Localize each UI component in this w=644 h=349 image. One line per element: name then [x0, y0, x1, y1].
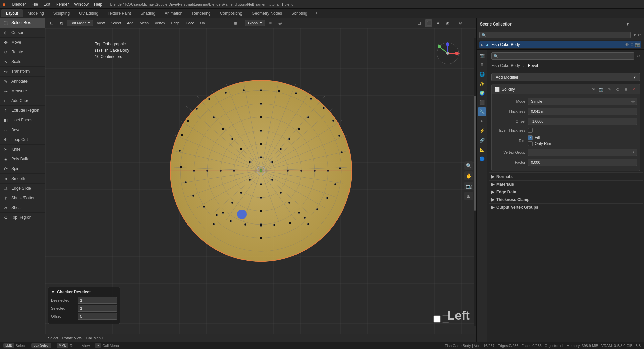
viewport-tool-icon-4[interactable]: ⊞ [464, 192, 473, 200]
tool-annotate[interactable]: ✎ Annotate [0, 77, 45, 86]
prop-icon-render[interactable]: 📷 [478, 51, 486, 60]
tab-sculpting[interactable]: Sculpting [49, 9, 74, 17]
tool-shrink-fatten[interactable]: ⇳ Shrink/Fatten [0, 193, 45, 203]
tool-bevel[interactable]: ⌢ Bevel [0, 125, 45, 135]
viewport-shading-material-btn[interactable]: ● [434, 19, 442, 27]
solidify-duplicate-btn[interactable]: ⊞ [622, 86, 629, 93]
menu-help[interactable]: Help [91, 1, 105, 7]
scene-collection-new-icon[interactable]: + [633, 20, 641, 28]
tool-select-box[interactable]: ⬚ Select Box [0, 18, 45, 28]
prop-icon-modifier[interactable]: 🔧 [478, 107, 486, 116]
tool-loop-cut[interactable]: ⟰ Loop Cut [0, 135, 45, 145]
tool-scale[interactable]: ⤡ Scale [0, 57, 45, 67]
checker-deselected-value[interactable]: 1 [78, 297, 117, 304]
viewport-scrollbar[interactable] [474, 38, 476, 326]
section-materials[interactable]: ▶ Materials [489, 180, 643, 188]
solidify-delete-btn[interactable]: ✕ [630, 86, 637, 93]
viewport-mode-icon[interactable]: ⊡ [48, 19, 55, 27]
color-swatch-dark[interactable] [442, 315, 449, 323]
solidify-factor-value[interactable]: 0.000 [528, 159, 637, 166]
prop-icon-physics[interactable]: ⚡ [478, 126, 486, 135]
section-output-vertex-groups[interactable]: ▶ Output Vertex Groups [489, 203, 643, 211]
tool-move[interactable]: ✥ Move [0, 38, 45, 47]
edge-select-mode-btn[interactable]: — [222, 19, 230, 27]
section-thickness-clamp[interactable]: ▶ Thickness Clamp [489, 196, 643, 203]
menu-file[interactable]: File [29, 1, 41, 7]
tab-layout[interactable]: Layout [1, 9, 23, 17]
viewport-tool-icon-1[interactable]: 🔍 [464, 161, 473, 170]
checker-offset-value[interactable]: 0 [78, 313, 117, 320]
viewport-area[interactable]: ⊡ ◩ Edit Mode ▾ View Select Add Mesh Ver… [45, 18, 476, 342]
tool-add-cube[interactable]: □ Add Cube [0, 96, 45, 106]
color-swatch-white[interactable] [433, 315, 441, 323]
solidify-rim-fill-checkbox[interactable] [528, 135, 533, 140]
prop-icon-constraint[interactable]: 🔗 [478, 136, 486, 144]
section-normals[interactable]: ▶ Normals [489, 172, 643, 180]
vertex-menu-btn[interactable]: Vertex [153, 20, 167, 26]
checker-selected-value[interactable]: 1 [78, 305, 117, 312]
tab-uv-editing[interactable]: UV Editing [74, 9, 103, 17]
prop-icon-material[interactable]: 🔵 [478, 154, 486, 163]
tab-shading[interactable]: Shading [136, 9, 160, 17]
tab-texture-paint[interactable]: Texture Paint [103, 9, 136, 17]
outliner-item-visibility-icon[interactable]: 👁 [625, 42, 629, 47]
solidify-on-cage-toggle[interactable]: ⊙ [614, 86, 621, 93]
solidify-only-rim-checkbox[interactable] [528, 141, 533, 146]
tool-inset-faces[interactable]: ◧ Inset Faces [0, 115, 45, 125]
prop-icon-object[interactable]: ⬛ [478, 98, 486, 107]
add-modifier-button[interactable]: Add Modifier ▾ [491, 73, 640, 81]
prop-icon-scene[interactable]: ✨ [478, 79, 486, 88]
edit-mode-selector[interactable]: Edit Mode ▾ [67, 20, 93, 26]
tab-modeling[interactable]: Modeling [23, 9, 49, 17]
mesh-menu-btn[interactable]: Mesh [138, 20, 151, 26]
solidify-realtime-toggle[interactable]: 👁 [590, 86, 597, 93]
viewport-shading-wire-btn[interactable]: ◻ [416, 19, 423, 27]
viewport-overlay-toggle-btn[interactable]: ⊘ [457, 19, 464, 27]
breadcrumb-modifier[interactable]: Bevel [528, 63, 538, 68]
tab-compositing[interactable]: Compositing [215, 9, 247, 17]
viewport-tool-icon-2[interactable]: ✋ [464, 171, 473, 180]
outliner-filter-icon[interactable]: ▼ [633, 33, 637, 37]
tool-spin[interactable]: ⟳ Spin [0, 164, 45, 174]
solidify-thickness-value[interactable]: 0.041 m [528, 108, 637, 115]
viewport-shading-render-btn[interactable]: ◉ [444, 19, 451, 27]
tool-smooth[interactable]: ≈ Smooth [0, 174, 45, 184]
scene-collection-filter-icon[interactable]: ▼ [624, 20, 631, 28]
tool-rip-region[interactable]: ⊂ Rip Region [0, 213, 45, 222]
viewport-shading-solid-btn[interactable]: ⬛ [425, 19, 432, 27]
prop-icon-view-layer[interactable]: 🌐 [478, 70, 486, 79]
tool-poly-build[interactable]: ◈ Poly Build [0, 154, 45, 164]
face-menu-btn[interactable]: Face [184, 20, 196, 26]
tool-extrude-region[interactable]: ⤒ Extrude Region [0, 106, 45, 115]
add-workspace-button[interactable]: + [313, 10, 320, 17]
add-menu-btn[interactable]: Add [125, 20, 136, 26]
tool-knife[interactable]: ✂ Knife [0, 145, 45, 154]
vertex-select-mode-btn[interactable]: ⬝ [213, 19, 220, 27]
prop-icon-data[interactable]: 📐 [478, 145, 486, 154]
snap-btn[interactable]: ⌗ [267, 19, 274, 27]
prop-icon-output[interactable]: 🖥 [478, 60, 486, 69]
view-menu-btn[interactable]: View [95, 20, 107, 26]
menu-blender[interactable]: Blender [9, 1, 29, 7]
menu-render[interactable]: Render [53, 1, 71, 7]
properties-search-input[interactable] [491, 52, 634, 60]
tab-geometry-nodes[interactable]: Geometry Nodes [247, 9, 287, 17]
select-menu-btn[interactable]: Select [109, 20, 123, 26]
scrollbar-thumb[interactable] [474, 96, 476, 210]
edge-menu-btn[interactable]: Edge [169, 20, 182, 26]
tool-shear[interactable]: ▱ Shear [0, 203, 45, 213]
checker-collapse-icon[interactable]: ▼ [51, 290, 55, 294]
outliner-item-fish-cake-body[interactable]: ▶ ▲ Fish Cake Body 👁 ⊙ 📷 [479, 41, 641, 48]
transform-orientation-btn[interactable]: Global ▾ [245, 20, 265, 26]
section-edge-data[interactable]: ▶ Edge Data [489, 188, 643, 196]
menu-window[interactable]: Window [71, 1, 91, 7]
solidify-mode-value[interactable]: Simple ◀▶ [528, 98, 637, 105]
tool-cursor[interactable]: ⊕ Cursor [0, 28, 45, 38]
uv-menu-btn[interactable]: UV [198, 20, 207, 26]
tool-rotate[interactable]: ↺ Rotate [0, 47, 45, 57]
solidify-even-thickness-checkbox[interactable] [528, 128, 533, 133]
viewport-gizmo[interactable]: X Y Z [436, 42, 460, 66]
gizmo-toggle-btn[interactable]: ⊕ [466, 19, 474, 27]
outliner-item-render-icon[interactable]: 📷 [635, 42, 640, 47]
prop-icon-particle[interactable]: ✦ [478, 117, 486, 126]
